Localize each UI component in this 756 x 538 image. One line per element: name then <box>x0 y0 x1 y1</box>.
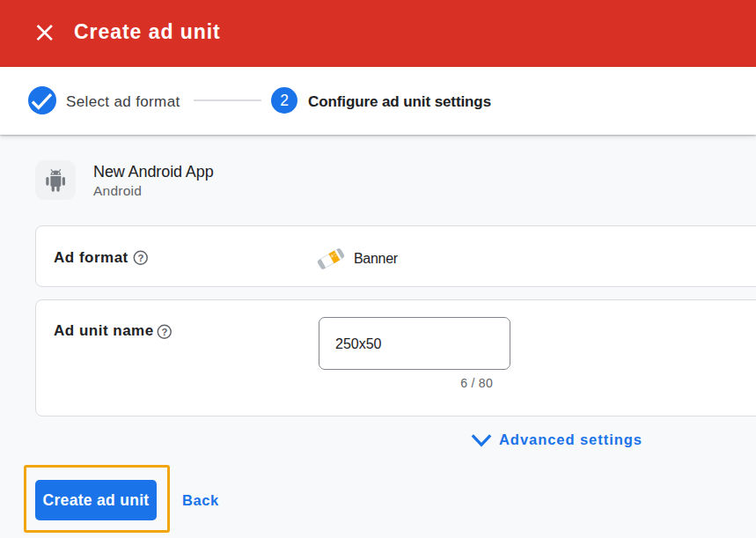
svg-text:?: ? <box>138 253 144 263</box>
svg-text:?: ? <box>162 327 168 337</box>
